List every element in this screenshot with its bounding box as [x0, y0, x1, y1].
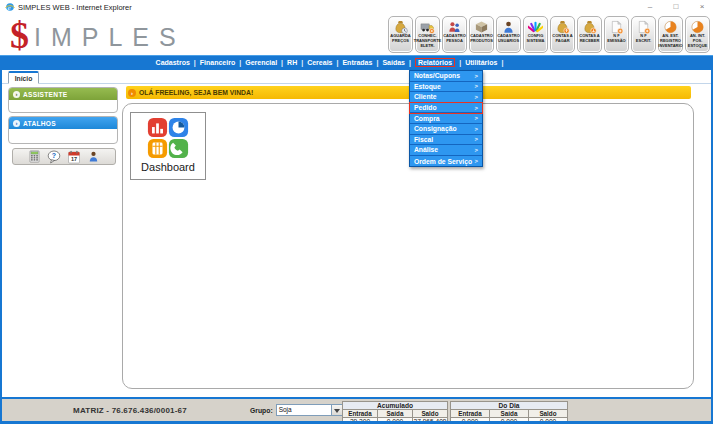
header: $ IMPLES AGUARDA PREÇOS	[0, 14, 713, 55]
atalhos-header[interactable]: › ATALHOS	[9, 117, 117, 129]
dropdown-item-compra[interactable]: Compra >	[410, 113, 482, 124]
grupo-field: Grupo: Soja	[250, 404, 344, 416]
palette-icon	[528, 19, 543, 34]
toolbar-button-config-sistema[interactable]: CONFIG SISTEMA	[523, 16, 548, 53]
title-bar: e SIMPLES WEB - Internet Explorer – □ ×	[0, 0, 713, 14]
grupo-select[interactable]: Soja	[276, 404, 344, 416]
main-area: Início › ASSISTENTE › ATALHOS	[0, 70, 713, 397]
user-profile-icon[interactable]	[87, 150, 100, 163]
toolbar-button-label: CONHEC. TRANSPORTE ELETR.	[413, 34, 443, 48]
toolbar-button-label: CONTAS A RECEBER	[578, 34, 601, 44]
menu-cereais[interactable]: Cereais	[304, 55, 335, 70]
calculator-icon[interactable]	[28, 150, 41, 163]
people-icon	[447, 19, 462, 34]
toolbar-button-label: CADASTRO PRODUTOS	[469, 34, 494, 44]
menu-row: Cadastros | Financeiro | Gerencial | RH …	[153, 55, 505, 70]
grupo-selected-value: Soja	[277, 405, 331, 415]
menu-utilitarios[interactable]: Utilitários	[462, 55, 500, 70]
app-window: e SIMPLES WEB - Internet Explorer – □ × …	[0, 0, 713, 424]
tab-inicio[interactable]: Início	[8, 71, 39, 84]
dropdown-item-ordem-de-servico[interactable]: Ordem de Serviço >	[410, 156, 482, 167]
atalhos-panel: › ATALHOS	[8, 116, 118, 144]
assistente-header[interactable]: › ASSISTENTE	[9, 88, 117, 100]
toolbar-button-conhec-transporte[interactable]: CONHEC. TRANSPORTE ELETR.	[415, 16, 440, 53]
dropdown-arrow-icon[interactable]	[331, 405, 343, 415]
menu-saidas[interactable]: Saídas	[379, 55, 408, 70]
relatorios-dropdown-menu: Notas/Cupons > Estoque > Cliente > Pedid…	[409, 70, 483, 167]
menu-gerencial[interactable]: Gerencial	[242, 55, 280, 70]
menu-cadastros[interactable]: Cadastros	[153, 55, 193, 70]
toolbar-button-cadastro-produtos[interactable]: CADASTRO PRODUTOS	[469, 16, 494, 53]
dropdown-item-notas-cupons[interactable]: Notas/Cupons >	[410, 71, 482, 82]
submenu-arrow-icon: >	[474, 136, 478, 142]
pie-chart-icon	[690, 19, 705, 34]
toolbar-button-analise-posicao-estoque[interactable]: AN. INT. POS. ESTOQUE	[685, 16, 710, 53]
window-title: SIMPLES WEB - Internet Explorer	[18, 3, 132, 12]
dropdown-item-analise[interactable]: Análise >	[410, 145, 482, 156]
toolbar-button-label: AGUARDA PREÇOS	[389, 34, 412, 44]
menu-relatorios[interactable]: Relatórios Notas/Cupons > Estoque > Clie…	[412, 55, 458, 70]
submenu-arrow-icon: >	[474, 73, 478, 79]
toolbar-button-contas-a-receber[interactable]: CONTAS A RECEBER	[577, 16, 602, 53]
menu-financeiro[interactable]: Financeiro	[197, 55, 238, 70]
dashboard-shortcut[interactable]: Dashboard	[130, 112, 206, 180]
status-bar: MATRIZ - 76.676.436/0001-67 Grupo: Soja …	[0, 397, 713, 424]
svg-text:e: e	[8, 4, 11, 12]
dropdown-item-pedido[interactable]: Pedido >	[410, 103, 482, 114]
toolbar-button-label: N F EMISSÃO	[605, 34, 628, 44]
dropdown-item-fiscal[interactable]: Fiscal >	[410, 135, 482, 146]
money-bag-receive-icon	[582, 19, 597, 34]
submenu-arrow-icon: >	[474, 83, 478, 89]
menu-bar: Cadastros | Financeiro | Gerencial | RH …	[0, 55, 713, 70]
dropdown-item-label: Notas/Cupons	[414, 72, 460, 79]
window-frame-left	[0, 70, 2, 421]
toolbar-button-nf-escrituracao[interactable]: N F ESCRIT.	[631, 16, 656, 53]
quick-access-toolbar: AGUARDA PREÇOS CONHEC. TRANSPORTE ELETR.	[388, 16, 710, 53]
assistente-panel: › ASSISTENTE	[8, 87, 118, 113]
dropdown-item-estoque[interactable]: Estoque >	[410, 82, 482, 93]
toolbar-button-label: AN. INT. POS. ESTOQUE	[686, 34, 709, 48]
truck-icon	[420, 19, 435, 34]
dropdown-item-consignacao[interactable]: Consignação >	[410, 124, 482, 135]
document-add-icon	[609, 19, 624, 34]
svg-text:17: 17	[71, 156, 77, 162]
menu-rh[interactable]: RH	[284, 55, 300, 70]
dashboard-icon	[147, 117, 189, 159]
close-button[interactable]: ×	[696, 0, 708, 14]
menu-relatorios-label: Relatórios	[415, 58, 455, 67]
dropdown-item-label: Fiscal	[414, 136, 433, 143]
grupo-label: Grupo:	[250, 407, 273, 414]
toolbar-button-contas-a-pagar[interactable]: CONTAS A PAGAR	[550, 16, 575, 53]
dropdown-item-label: Consignação	[414, 125, 457, 132]
svg-text:?: ?	[52, 152, 56, 159]
dropdown-item-label: Compra	[414, 115, 440, 122]
calendar-icon[interactable]: 17	[67, 150, 81, 164]
sidebar-icon-tray: ? 17	[12, 148, 116, 165]
dropdown-item-cliente[interactable]: Cliente >	[410, 92, 482, 103]
help-icon[interactable]: ?	[47, 150, 61, 164]
chevron-right-icon: ›	[13, 91, 20, 98]
chevron-right-icon: ›	[128, 89, 136, 97]
product-box-icon	[474, 19, 489, 34]
tab-strip-divider	[2, 83, 711, 84]
logo-dollar-sign: $	[10, 17, 29, 53]
toolbar-button-nf-emissao[interactable]: N F EMISSÃO	[604, 16, 629, 53]
column-header: Saldo	[529, 410, 568, 418]
window-controls: – □ ×	[644, 0, 708, 14]
atalhos-label: ATALHOS	[23, 120, 56, 127]
submenu-arrow-icon: >	[474, 105, 478, 111]
submenu-arrow-icon: >	[474, 115, 478, 121]
toolbar-button-analise-registro-inventario[interactable]: AN. EST. REGISTRO INVENTARIO	[658, 16, 683, 53]
submenu-arrow-icon: >	[474, 94, 478, 100]
toolbar-button-label: CONFIG SISTEMA	[524, 34, 547, 44]
column-header: Saída	[490, 410, 529, 418]
toolbar-button-cadastro-pessoa[interactable]: CADASTRO PESSOA	[442, 16, 467, 53]
toolbar-button-label: N F ESCRIT.	[632, 34, 655, 44]
acumulado-title: Acumulado	[343, 402, 448, 410]
dropdown-item-label: Estoque	[414, 83, 441, 90]
toolbar-button-cadastro-usuarios[interactable]: CADASTRO USUARIOS	[496, 16, 521, 53]
maximize-button[interactable]: □	[670, 0, 682, 14]
minimize-button[interactable]: –	[644, 0, 656, 14]
menu-entradas[interactable]: Entradas	[339, 55, 375, 70]
toolbar-button-aguarda-precos[interactable]: AGUARDA PREÇOS	[388, 16, 413, 53]
